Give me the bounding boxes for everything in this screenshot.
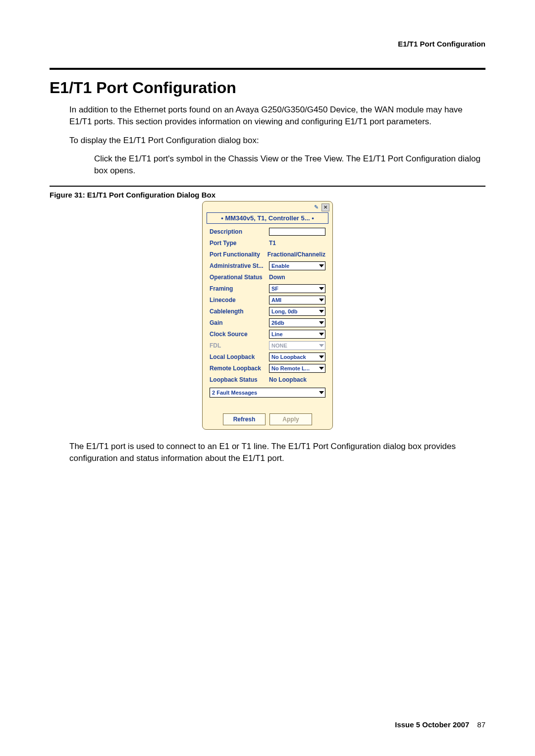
- label-local-loopback: Local Loopback: [210, 353, 269, 360]
- input-description[interactable]: [269, 228, 325, 236]
- row-remote-loopback: Remote Loopback No Remote L...: [210, 363, 325, 373]
- chevron-down-icon: [319, 344, 324, 347]
- label-remote-loopback: Remote Loopback: [210, 365, 269, 372]
- figure-caption: Figure 31: E1/T1 Port Configuration Dial…: [50, 191, 485, 199]
- chevron-down-icon: [319, 299, 324, 302]
- rule-top: [50, 68, 485, 70]
- row-linecode: Linecode AMI: [210, 295, 325, 305]
- close-icon[interactable]: ✕: [321, 203, 329, 211]
- running-header: E1/T1 Port Configuration: [50, 40, 485, 48]
- select-linecode-value: AMI: [271, 297, 281, 303]
- select-gain[interactable]: 26db: [269, 318, 325, 327]
- label-admin-status: Administrative St...: [210, 262, 269, 269]
- row-gain: Gain 26db: [210, 318, 325, 328]
- select-admin-status[interactable]: Enable: [269, 261, 325, 270]
- select-linecode[interactable]: AMI: [269, 296, 325, 304]
- select-clock-source[interactable]: Line: [269, 330, 325, 339]
- label-port-type: Port Type: [210, 240, 269, 247]
- rule-above-figure: [50, 186, 485, 187]
- select-remote-loopback[interactable]: No Remote L...: [269, 364, 325, 373]
- pin-icon[interactable]: ✎: [313, 204, 320, 211]
- paragraph-after-figure: The E1/T1 port is used to connect to an …: [69, 441, 485, 464]
- paragraph-intro: In addition to the Ethernet ports found …: [69, 104, 485, 128]
- select-local-loopback[interactable]: No Loopback: [269, 353, 325, 361]
- footer-page-number: 87: [477, 720, 485, 729]
- refresh-button[interactable]: Refresh: [223, 413, 266, 425]
- page-footer: Issue 5 October 200787: [395, 720, 485, 729]
- select-framing-value: SF: [271, 286, 278, 292]
- dialog-tab-label: MM340v5, T1, Controller 5...: [225, 214, 310, 222]
- footer-issue: Issue 5 October 2007: [395, 720, 469, 729]
- label-linecode: Linecode: [210, 297, 269, 303]
- dialog-titlebar: ✎ ✕: [203, 202, 332, 212]
- label-clock-source: Clock Source: [210, 331, 269, 338]
- label-description: Description: [210, 228, 269, 235]
- row-loopback-status: Loopback Status No Loopback: [210, 375, 325, 385]
- chevron-down-icon: [319, 333, 324, 336]
- label-fdl: FDL: [210, 342, 269, 349]
- row-local-loopback: Local Loopback No Loopback: [210, 352, 325, 362]
- label-gain: Gain: [210, 319, 269, 326]
- row-port-type: Port Type T1: [210, 238, 325, 248]
- chevron-down-icon: [319, 391, 324, 394]
- value-operational-status: Down: [269, 274, 285, 281]
- chevron-down-icon: [319, 310, 324, 313]
- label-cablelength: Cablelength: [210, 308, 269, 315]
- paragraph-howto-lead: To display the E1/T1 Port Configuration …: [69, 135, 485, 147]
- label-loopback-status: Loopback Status: [210, 376, 269, 383]
- chevron-down-icon: [319, 321, 324, 324]
- select-fault-messages[interactable]: 2 Fault Messages: [210, 388, 325, 398]
- fault-messages-value: 2 Fault Messages: [212, 390, 257, 396]
- row-cablelength: Cablelength Long, 0db: [210, 306, 325, 316]
- select-gain-value: 26db: [271, 320, 284, 326]
- select-cablelength[interactable]: Long, 0db: [269, 307, 325, 316]
- row-description: Description: [210, 227, 325, 237]
- row-framing: Framing SF: [210, 284, 325, 294]
- value-port-functionality: Fractional/Channeliz: [268, 251, 325, 258]
- label-operational-status: Operational Status: [210, 274, 269, 281]
- label-framing: Framing: [210, 285, 269, 292]
- row-operational-status: Operational Status Down: [210, 272, 325, 282]
- row-admin-status: Administrative St... Enable: [210, 261, 325, 271]
- select-clock-source-value: Line: [271, 331, 283, 337]
- select-cablelength-value: Long, 0db: [271, 308, 298, 314]
- apply-button: Apply: [269, 413, 312, 425]
- value-port-type: T1: [269, 240, 276, 247]
- select-framing[interactable]: SF: [269, 284, 325, 293]
- dialog-tab[interactable]: • MM340v5, T1, Controller 5... •: [207, 212, 328, 224]
- section-heading: E1/T1 Port Configuration: [50, 79, 485, 97]
- label-port-functionality: Port Functionality: [210, 251, 268, 258]
- chevron-down-icon: [319, 355, 324, 358]
- chevron-down-icon: [319, 264, 324, 267]
- select-local-loopback-value: No Loopback: [271, 354, 306, 360]
- chevron-down-icon: [319, 367, 324, 370]
- row-port-functionality: Port Functionality Fractional/Channeliz: [210, 250, 325, 259]
- select-admin-status-value: Enable: [271, 263, 289, 269]
- row-fdl: FDL NONE: [210, 341, 325, 351]
- select-fdl-value: NONE: [271, 343, 287, 349]
- row-clock-source: Clock Source Line: [210, 329, 325, 339]
- select-remote-loopback-value: No Remote L...: [271, 365, 310, 371]
- select-fdl: NONE: [269, 341, 325, 350]
- chevron-down-icon: [319, 287, 324, 290]
- value-loopback-status: No Loopback: [269, 376, 307, 383]
- port-config-dialog: ✎ ✕ • MM340v5, T1, Controller 5... • Des…: [202, 201, 333, 430]
- paragraph-howto-step: Click the E1/T1 port's symbol in the Cha…: [94, 153, 485, 177]
